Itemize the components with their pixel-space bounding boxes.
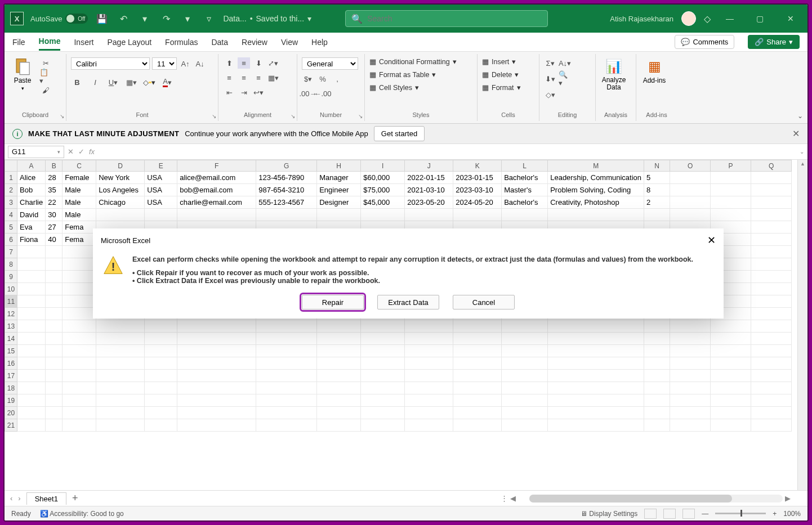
cell[interactable] [361,419,405,432]
cell[interactable]: USA [145,196,177,209]
cell[interactable] [751,382,792,394]
cell[interactable] [405,394,453,407]
cell[interactable] [502,394,548,407]
font-size-select[interactable]: 11 [152,57,177,70]
cell[interactable] [548,357,644,370]
fill-icon[interactable]: ⬇▾ [544,73,556,84]
cell[interactable] [177,419,256,432]
row-header[interactable]: 8 [5,258,17,271]
row-header[interactable]: 13 [5,320,17,333]
tab-data[interactable]: Data [211,34,228,50]
cell[interactable] [145,357,177,370]
cell[interactable] [63,320,96,333]
cell[interactable]: 40 [46,234,63,246]
cell[interactable] [453,370,502,382]
tab-page-layout[interactable]: Page Layout [107,34,151,50]
cell[interactable] [63,283,96,295]
cell[interactable] [317,370,361,382]
cell[interactable] [63,394,96,407]
row-header[interactable]: 4 [5,209,17,221]
cell[interactable] [63,345,96,357]
cell[interactable] [63,271,96,283]
column-header[interactable]: F [177,160,256,172]
cell[interactable] [46,345,63,357]
cell[interactable] [548,394,644,407]
cell[interactable] [711,184,751,196]
share-button[interactable]: 🔗 Share ▾ [748,35,800,49]
cell[interactable] [177,357,256,370]
cell[interactable] [17,308,46,320]
cell[interactable] [751,209,792,221]
cell[interactable] [405,357,453,370]
confirm-edit-icon[interactable]: ✓ [78,147,84,156]
cell[interactable]: 2023-03-10 [453,184,502,196]
cell[interactable] [63,246,96,258]
analyze-data-button[interactable]: 📊Analyze Data [600,57,627,91]
cell[interactable] [670,196,711,209]
cell[interactable]: Chicago [96,196,145,209]
row-header[interactable]: 21 [5,419,17,432]
align-middle-icon[interactable]: ≡ [238,57,250,69]
row-header[interactable]: 12 [5,308,17,320]
cell[interactable] [96,370,145,382]
cell[interactable] [145,407,177,419]
cell[interactable] [17,295,46,308]
row-header[interactable]: 16 [5,357,17,370]
decrease-indent-icon[interactable]: ⇤ [223,87,235,98]
display-settings-button[interactable]: 🖥 Display Settings [581,510,637,518]
dialog-launcher-icon[interactable]: ↘ [291,113,295,119]
cell[interactable] [644,419,670,432]
cell[interactable]: 2023-05-20 [405,196,453,209]
cell[interactable]: 2023-01-15 [453,172,502,184]
prev-sheet-icon[interactable]: ‹ [10,494,12,502]
cell[interactable]: $60,000 [361,172,405,184]
cell[interactable] [502,345,548,357]
cell[interactable]: Fema [63,221,96,234]
cell[interactable] [751,419,792,432]
cell[interactable] [751,172,792,184]
cell[interactable] [46,258,63,271]
cell[interactable] [502,333,548,345]
cell[interactable] [17,258,46,271]
cell[interactable] [256,209,317,221]
column-header[interactable]: Q [751,160,792,172]
search-input[interactable] [367,14,542,23]
cell[interactable] [63,382,96,394]
row-header[interactable]: 11 [5,295,17,308]
cell[interactable] [548,407,644,419]
cell[interactable] [405,370,453,382]
cell[interactable] [317,333,361,345]
cell[interactable]: Manager [317,172,361,184]
cell[interactable] [548,345,644,357]
cell[interactable] [405,382,453,394]
cell[interactable] [46,283,63,295]
cell[interactable]: Designer [317,196,361,209]
bold-icon[interactable]: B [71,77,83,88]
cell[interactable] [63,308,96,320]
cell[interactable] [453,357,502,370]
vertical-scrollbar[interactable] [797,160,807,490]
cell[interactable] [502,209,548,221]
zoom-out-icon[interactable]: — [702,510,708,518]
insert-cells-button[interactable]: ▦ Insert ▾ [482,57,516,66]
maximize-button[interactable]: ▢ [749,10,771,27]
formula-input[interactable] [98,146,796,158]
cut-icon[interactable]: ✂ [39,57,52,69]
page-break-view-icon[interactable] [682,509,695,519]
dialog-launcher-icon[interactable]: ↘ [212,113,216,119]
cell[interactable] [256,407,317,419]
cell[interactable] [405,345,453,357]
repair-button[interactable]: Repair [302,295,364,309]
cell[interactable] [17,382,46,394]
cell[interactable] [361,333,405,345]
cell[interactable] [644,370,670,382]
copy-icon[interactable]: 📋▾ [39,71,52,82]
cell[interactable]: 2024-05-20 [453,196,502,209]
column-header[interactable]: N [644,160,670,172]
cell[interactable] [145,333,177,345]
cell[interactable]: 2022-01-15 [405,172,453,184]
cell[interactable] [96,357,145,370]
cell[interactable] [177,370,256,382]
dialog-close-icon[interactable]: ✕ [707,234,716,246]
cell[interactable] [46,370,63,382]
